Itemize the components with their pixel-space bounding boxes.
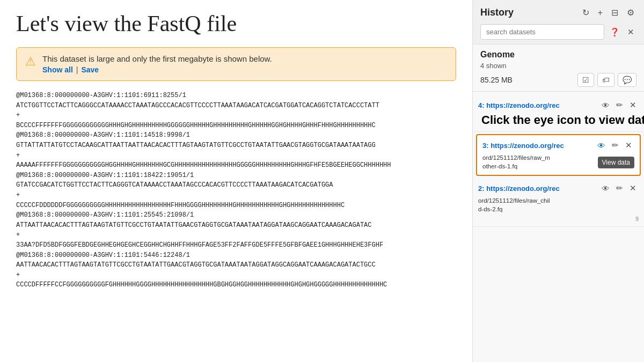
warning-icon: ⚠	[25, 55, 36, 69]
search-help-button[interactable]: ❓	[608, 26, 622, 38]
dataset-item-4: 4: https://zenodo.org/rec 👁 ✏ ✕ Click th…	[473, 95, 644, 132]
sequence-content: @M01368:8:000000000-A3GHV:1:1101:6911:82…	[16, 91, 456, 351]
search-clear-button[interactable]: ✕	[625, 26, 636, 38]
dataset-4-edit-button[interactable]: ✏	[614, 99, 625, 111]
sequence-line: ATCTGGTTCCTACTTCAGGGCCATAAAACCTAAATAGCCC…	[16, 101, 456, 111]
sidebar: History ↻ + ⊟ ⚙ ❓ ✕ Genome 4 shown 85.25…	[472, 0, 644, 362]
add-button[interactable]: +	[596, 7, 605, 19]
dataset-4-actions: 👁 ✏ ✕	[599, 99, 639, 111]
dataset-3-edit-button[interactable]: ✏	[610, 139, 621, 151]
dataset-2-edit-button[interactable]: ✏	[614, 182, 625, 194]
dataset-2-eye-button[interactable]: 👁	[599, 183, 612, 194]
sequence-line: 33AA?DFD5BDFGGGFEBDGEGHHEGHGEGHCEGGHHCHG…	[16, 240, 456, 250]
refresh-button[interactable]: ↻	[580, 6, 591, 19]
genome-size-row: 85.25 MB ☑ 🏷 💬	[480, 73, 636, 87]
warning-message: This dataset is large and only the first…	[42, 54, 272, 63]
warning-text-block: This dataset is large and only the first…	[42, 54, 272, 74]
dataset-2-url: ord/1251112/files/raw_child-ds-2.fq	[478, 196, 639, 213]
settings-button[interactable]: ⚙	[625, 6, 636, 19]
main-content: Let's view the FastQ file ⚠ This dataset…	[0, 0, 472, 362]
show-all-link[interactable]: Show all	[42, 65, 73, 74]
dataset-item-2: 2: https://zenodo.org/rec 👁 ✏ ✕ ord/1251…	[473, 178, 644, 227]
sequence-line: @M01368:8:000000000-A3GHV:1:1101:6911:82…	[16, 91, 456, 101]
sequence-line: +	[16, 110, 456, 121]
dataset-2-title: 2: https://zenodo.org/rec	[478, 184, 599, 193]
sequence-line: @M01368:8:000000000-A3GHV:1:1101:18422:1…	[16, 171, 456, 181]
sequence-line: AAAAAFFFFFFFGGGGGGGGGGGHGGHHHHGHHHHHHHGC…	[16, 160, 456, 171]
sequence-line: @M01368:8:000000000-A3GHV:1:1101:14518:9…	[16, 130, 456, 141]
dataset-2-badge: 9	[478, 216, 639, 222]
warning-separator: |	[76, 65, 78, 74]
sequence-line: @M01368:8:000000000-A3GHV:1:1101:5446:12…	[16, 250, 456, 261]
history-title: History	[480, 7, 514, 18]
sequence-line: GTATCCGACATCTGGTTCCTACTTCAGGGTCATAAAACCT…	[16, 180, 456, 190]
warning-banner: ⚠ This dataset is large and only the fir…	[16, 47, 456, 81]
sequence-line: +	[16, 230, 456, 240]
dataset-3-actions: 👁 ✏ ✕	[595, 139, 634, 151]
click-instruction-text: Click the eye icon to view data	[481, 113, 644, 127]
dataset-2-actions: 👁 ✏ ✕	[599, 182, 639, 194]
view-data-tooltip: View data	[598, 157, 634, 168]
history-header: History ↻ + ⊟ ⚙ ❓ ✕	[473, 0, 644, 45]
click-instruction-row: Click the eye icon to view data	[478, 113, 639, 127]
datasets-list: 4: https://zenodo.org/rec 👁 ✏ ✕ Click th…	[473, 92, 644, 362]
genome-section: Genome 4 shown 85.25 MB ☑ 🏷 💬	[473, 45, 644, 92]
sequence-line: GTTATTATTATGTCCTACAAGCATTAATTAATTAACACAC…	[16, 141, 456, 151]
dataset-3-eye-button[interactable]: 👁	[595, 140, 608, 151]
genome-tag-button[interactable]: 🏷	[597, 73, 614, 87]
genome-comment-button[interactable]: 💬	[618, 73, 636, 87]
sequence-line: BCCCCFFFFFFFGGGGGGGGGGGGHHHGHGHHHHHHHHHG…	[16, 121, 456, 131]
page-title: Let's view the FastQ file	[16, 11, 456, 36]
dataset-3-header: 3: https://zenodo.org/rec 👁 ✏ ✕	[482, 139, 634, 151]
dataset-2-close-button[interactable]: ✕	[627, 182, 639, 194]
save-link[interactable]: Save	[81, 65, 99, 74]
dataset-item-3: 3: https://zenodo.org/rec 👁 ✏ ✕ ord/1251…	[476, 134, 641, 176]
dataset-4-close-button[interactable]: ✕	[627, 99, 639, 111]
sequence-line: @M01368:8:000000000-A3GHV:1:1101:25545:2…	[16, 210, 456, 220]
genome-check-button[interactable]: ☑	[577, 73, 594, 87]
sequence-line: CCCCCFDDDDDDFGGGGGGGGGGHHHHHHHHHHHHHHHHH…	[16, 201, 456, 211]
dataset-4-title: 4: https://zenodo.org/rec	[478, 101, 599, 109]
genome-title: Genome	[480, 50, 636, 60]
genome-shown: 4 shown	[480, 62, 636, 70]
warning-links: Show all | Save	[42, 65, 272, 74]
sequence-line: +	[16, 190, 456, 201]
dataset-3-close-button[interactable]: ✕	[623, 139, 634, 151]
sequence-line: +	[16, 151, 456, 161]
genome-action-icons: ☑ 🏷 💬	[577, 73, 636, 87]
columns-button[interactable]: ⊟	[609, 6, 620, 19]
sequence-line: CCCCDFFFFFCCFGGGGGGGGGGFGHHHHHHGGGGHHHHH…	[16, 280, 456, 290]
dataset-4-eye-button[interactable]: 👁	[599, 100, 612, 111]
search-row: ❓ ✕	[480, 24, 636, 40]
sequence-line: AATTAACACACTTTAGTAAGTATGTTCGCCTGTAATATTG…	[16, 260, 456, 270]
dataset-4-header: 4: https://zenodo.org/rec 👁 ✏ ✕	[478, 99, 639, 111]
sequence-line: +	[16, 270, 456, 280]
dataset-2-header: 2: https://zenodo.org/rec 👁 ✏ ✕	[478, 182, 639, 194]
dataset-3-title: 3: https://zenodo.org/rec	[482, 142, 595, 150]
sequence-line: ATTAATTAACACACTTTAGTAAGTATGTTCGCCTGTAATA…	[16, 220, 456, 231]
genome-size: 85.25 MB	[480, 76, 513, 84]
search-input[interactable]	[480, 24, 604, 40]
history-title-row: History ↻ + ⊟ ⚙	[480, 6, 636, 19]
history-icons: ↻ + ⊟ ⚙	[580, 6, 636, 19]
